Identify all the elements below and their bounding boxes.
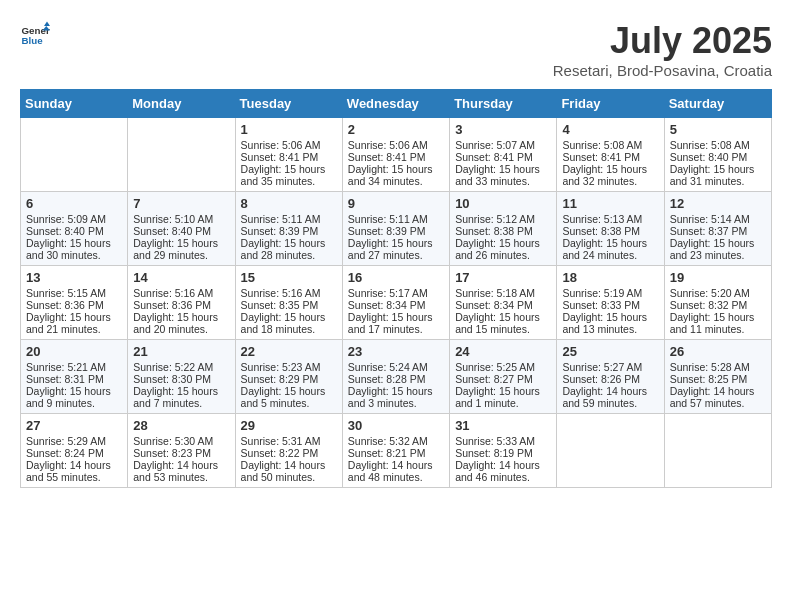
calendar-cell: 24Sunrise: 5:25 AMSunset: 8:27 PMDayligh… <box>450 340 557 414</box>
calendar-cell <box>21 118 128 192</box>
daylight-text: Daylight: 15 hours and 5 minutes. <box>241 385 337 409</box>
day-number: 18 <box>562 270 658 285</box>
sunset-text: Sunset: 8:36 PM <box>26 299 122 311</box>
daylight-text: Daylight: 15 hours and 31 minutes. <box>670 163 766 187</box>
day-number: 8 <box>241 196 337 211</box>
day-number: 16 <box>348 270 444 285</box>
calendar-week-row: 20Sunrise: 5:21 AMSunset: 8:31 PMDayligh… <box>21 340 772 414</box>
sunset-text: Sunset: 8:39 PM <box>348 225 444 237</box>
sunset-text: Sunset: 8:38 PM <box>562 225 658 237</box>
day-number: 25 <box>562 344 658 359</box>
day-number: 10 <box>455 196 551 211</box>
daylight-text: Daylight: 14 hours and 57 minutes. <box>670 385 766 409</box>
sunrise-text: Sunrise: 5:23 AM <box>241 361 337 373</box>
day-number: 2 <box>348 122 444 137</box>
day-number: 9 <box>348 196 444 211</box>
daylight-text: Daylight: 15 hours and 1 minute. <box>455 385 551 409</box>
sunrise-text: Sunrise: 5:21 AM <box>26 361 122 373</box>
calendar-cell: 2Sunrise: 5:06 AMSunset: 8:41 PMDaylight… <box>342 118 449 192</box>
sunset-text: Sunset: 8:29 PM <box>241 373 337 385</box>
calendar-cell: 11Sunrise: 5:13 AMSunset: 8:38 PMDayligh… <box>557 192 664 266</box>
weekday-header-monday: Monday <box>128 90 235 118</box>
calendar-cell: 4Sunrise: 5:08 AMSunset: 8:41 PMDaylight… <box>557 118 664 192</box>
weekday-header-wednesday: Wednesday <box>342 90 449 118</box>
day-number: 6 <box>26 196 122 211</box>
calendar-cell: 17Sunrise: 5:18 AMSunset: 8:34 PMDayligh… <box>450 266 557 340</box>
calendar-cell: 14Sunrise: 5:16 AMSunset: 8:36 PMDayligh… <box>128 266 235 340</box>
calendar-cell: 12Sunrise: 5:14 AMSunset: 8:37 PMDayligh… <box>664 192 771 266</box>
calendar-cell: 25Sunrise: 5:27 AMSunset: 8:26 PMDayligh… <box>557 340 664 414</box>
sunset-text: Sunset: 8:39 PM <box>241 225 337 237</box>
day-number: 23 <box>348 344 444 359</box>
daylight-text: Daylight: 15 hours and 11 minutes. <box>670 311 766 335</box>
calendar-cell: 23Sunrise: 5:24 AMSunset: 8:28 PMDayligh… <box>342 340 449 414</box>
calendar-cell: 30Sunrise: 5:32 AMSunset: 8:21 PMDayligh… <box>342 414 449 488</box>
sunset-text: Sunset: 8:33 PM <box>562 299 658 311</box>
title-block: July 2025 Resetari, Brod-Posavina, Croat… <box>553 20 772 79</box>
calendar-cell <box>557 414 664 488</box>
weekday-header-saturday: Saturday <box>664 90 771 118</box>
day-number: 20 <box>26 344 122 359</box>
sunset-text: Sunset: 8:21 PM <box>348 447 444 459</box>
day-number: 5 <box>670 122 766 137</box>
sunrise-text: Sunrise: 5:09 AM <box>26 213 122 225</box>
svg-text:Blue: Blue <box>22 35 44 46</box>
daylight-text: Daylight: 15 hours and 3 minutes. <box>348 385 444 409</box>
sunrise-text: Sunrise: 5:08 AM <box>562 139 658 151</box>
sunrise-text: Sunrise: 5:11 AM <box>348 213 444 225</box>
calendar-cell: 10Sunrise: 5:12 AMSunset: 8:38 PMDayligh… <box>450 192 557 266</box>
sunset-text: Sunset: 8:41 PM <box>241 151 337 163</box>
svg-marker-2 <box>44 22 50 27</box>
sunset-text: Sunset: 8:37 PM <box>670 225 766 237</box>
day-number: 1 <box>241 122 337 137</box>
day-number: 11 <box>562 196 658 211</box>
calendar-cell: 8Sunrise: 5:11 AMSunset: 8:39 PMDaylight… <box>235 192 342 266</box>
sunrise-text: Sunrise: 5:28 AM <box>670 361 766 373</box>
sunset-text: Sunset: 8:41 PM <box>455 151 551 163</box>
sunset-text: Sunset: 8:40 PM <box>26 225 122 237</box>
sunset-text: Sunset: 8:25 PM <box>670 373 766 385</box>
sunrise-text: Sunrise: 5:14 AM <box>670 213 766 225</box>
sunset-text: Sunset: 8:38 PM <box>455 225 551 237</box>
daylight-text: Daylight: 14 hours and 53 minutes. <box>133 459 229 483</box>
calendar-cell <box>128 118 235 192</box>
weekday-header-friday: Friday <box>557 90 664 118</box>
sunrise-text: Sunrise: 5:11 AM <box>241 213 337 225</box>
weekday-header-tuesday: Tuesday <box>235 90 342 118</box>
sunrise-text: Sunrise: 5:06 AM <box>348 139 444 151</box>
calendar-cell: 28Sunrise: 5:30 AMSunset: 8:23 PMDayligh… <box>128 414 235 488</box>
calendar-week-row: 13Sunrise: 5:15 AMSunset: 8:36 PMDayligh… <box>21 266 772 340</box>
sunrise-text: Sunrise: 5:13 AM <box>562 213 658 225</box>
calendar-cell: 15Sunrise: 5:16 AMSunset: 8:35 PMDayligh… <box>235 266 342 340</box>
sunset-text: Sunset: 8:35 PM <box>241 299 337 311</box>
calendar-cell: 27Sunrise: 5:29 AMSunset: 8:24 PMDayligh… <box>21 414 128 488</box>
sunrise-text: Sunrise: 5:12 AM <box>455 213 551 225</box>
sunset-text: Sunset: 8:31 PM <box>26 373 122 385</box>
calendar-cell: 16Sunrise: 5:17 AMSunset: 8:34 PMDayligh… <box>342 266 449 340</box>
calendar-cell: 20Sunrise: 5:21 AMSunset: 8:31 PMDayligh… <box>21 340 128 414</box>
sunset-text: Sunset: 8:23 PM <box>133 447 229 459</box>
daylight-text: Daylight: 15 hours and 17 minutes. <box>348 311 444 335</box>
sunset-text: Sunset: 8:27 PM <box>455 373 551 385</box>
day-number: 14 <box>133 270 229 285</box>
logo: General Blue <box>20 20 50 50</box>
daylight-text: Daylight: 15 hours and 34 minutes. <box>348 163 444 187</box>
calendar-week-row: 27Sunrise: 5:29 AMSunset: 8:24 PMDayligh… <box>21 414 772 488</box>
day-number: 22 <box>241 344 337 359</box>
calendar-cell: 26Sunrise: 5:28 AMSunset: 8:25 PMDayligh… <box>664 340 771 414</box>
daylight-text: Daylight: 15 hours and 9 minutes. <box>26 385 122 409</box>
location-subtitle: Resetari, Brod-Posavina, Croatia <box>553 62 772 79</box>
daylight-text: Daylight: 15 hours and 15 minutes. <box>455 311 551 335</box>
sunrise-text: Sunrise: 5:16 AM <box>133 287 229 299</box>
sunset-text: Sunset: 8:40 PM <box>670 151 766 163</box>
daylight-text: Daylight: 15 hours and 24 minutes. <box>562 237 658 261</box>
sunset-text: Sunset: 8:32 PM <box>670 299 766 311</box>
sunset-text: Sunset: 8:24 PM <box>26 447 122 459</box>
calendar-cell: 1Sunrise: 5:06 AMSunset: 8:41 PMDaylight… <box>235 118 342 192</box>
sunset-text: Sunset: 8:19 PM <box>455 447 551 459</box>
daylight-text: Daylight: 14 hours and 55 minutes. <box>26 459 122 483</box>
daylight-text: Daylight: 15 hours and 20 minutes. <box>133 311 229 335</box>
daylight-text: Daylight: 15 hours and 29 minutes. <box>133 237 229 261</box>
day-number: 28 <box>133 418 229 433</box>
calendar-cell: 6Sunrise: 5:09 AMSunset: 8:40 PMDaylight… <box>21 192 128 266</box>
